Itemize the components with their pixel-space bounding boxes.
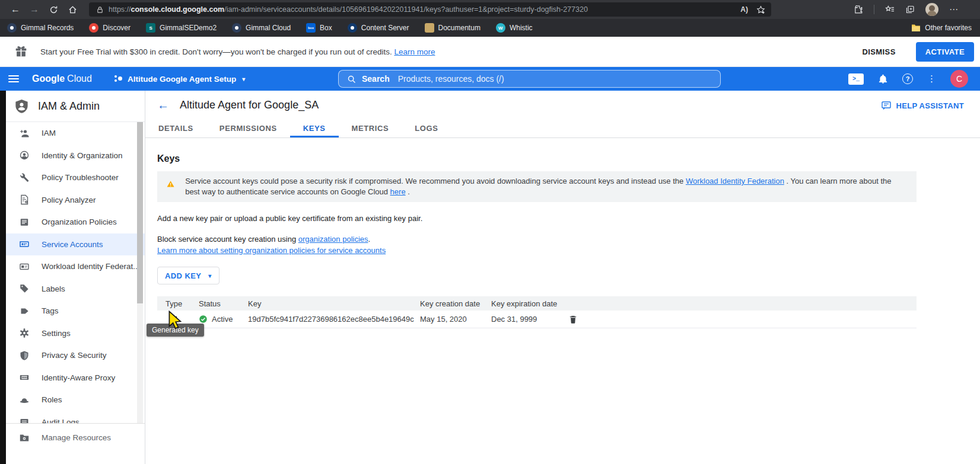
tab-permissions[interactable]: PERMISSIONS (206, 119, 290, 137)
address-bar[interactable]: https://console.cloud.google.com/iam-adm… (89, 2, 771, 17)
warning-text: Service account keys could pose a securi… (185, 176, 907, 197)
document-gear-icon (19, 194, 30, 205)
tab-bar: DETAILS PERMISSIONS KEYS METRICS LOGS (145, 119, 980, 138)
iam-admin-shield-icon (14, 98, 30, 114)
browser-refresh-button[interactable] (44, 2, 63, 17)
sidebar-item-manage-resources[interactable]: Manage Resources (6, 427, 145, 449)
google-cloud-logo[interactable]: GoogleCloud (32, 73, 92, 84)
tab-metrics[interactable]: METRICS (339, 119, 402, 137)
learn-more-link[interactable]: Learn more (394, 47, 435, 56)
column-header-status: Status (190, 299, 240, 308)
roles-hat-icon (19, 395, 30, 405)
browser-essentials-icon[interactable] (854, 5, 863, 14)
tags-icon (19, 306, 30, 316)
here-link[interactable]: here (390, 187, 406, 196)
tab-logs[interactable]: LOGS (402, 119, 451, 137)
table-header-row: Type Status Key Key creation date Key ex… (157, 296, 917, 311)
manage-resources-icon (19, 433, 30, 443)
toolbar-divider (874, 5, 874, 14)
search-input[interactable]: Search Products, resources, docs (/) (338, 70, 721, 88)
label-tag-icon (19, 283, 30, 294)
sidebar-item-labels[interactable]: Labels (6, 278, 145, 300)
browser-menu-icon[interactable]: ⋯ (949, 4, 959, 15)
notifications-bell-icon[interactable] (878, 74, 888, 84)
chevron-down-icon: ▾ (208, 273, 211, 279)
whistic-favicon: W (496, 23, 505, 33)
help-icon[interactable]: ? (902, 73, 913, 84)
bookmark-whistic[interactable]: WWhistic (496, 23, 533, 33)
sidebar-item-privacy-security[interactable]: Privacy & Security (6, 344, 145, 367)
lock-icon (96, 6, 104, 14)
generated-key-tooltip: Generated key (147, 324, 204, 337)
bookmark-discover[interactable]: Discover (89, 23, 131, 33)
content-server-favicon (348, 23, 357, 33)
sidebar-item-tags[interactable]: Tags (6, 300, 145, 322)
cloud-console-header: GoogleCloud Altitude Google Agent Setup … (0, 67, 980, 91)
menu-icon[interactable] (0, 75, 27, 82)
wrench-icon (19, 172, 30, 183)
favorites-hub-icon[interactable] (885, 5, 895, 14)
organization-policies-link[interactable]: organization policies (298, 235, 368, 244)
service-account-key-icon (19, 239, 30, 249)
generated-key-type-icon[interactable] (169, 314, 178, 323)
workload-identity-federation-link[interactable]: Workload Identity Federation (686, 177, 784, 185)
back-button[interactable]: ← (157, 98, 175, 112)
cloud-shell-button[interactable]: >_ (848, 73, 864, 85)
add-favorite-icon[interactable] (756, 5, 765, 14)
other-favorites-button[interactable]: Other favorites (911, 24, 972, 32)
learn-more-org-policies-link[interactable]: Learn more about setting organization po… (157, 246, 386, 255)
key-creation-date-value: May 15, 2020 (412, 315, 483, 324)
sidebar-item-settings[interactable]: Settings (6, 322, 145, 345)
gimmal-records-favicon (7, 23, 17, 33)
sidebar-scrollbar[interactable] (137, 122, 143, 423)
dismiss-button[interactable]: DISMISS (856, 43, 901, 61)
policies-card-icon (19, 217, 30, 228)
column-header-type: Type (157, 299, 190, 308)
bookmark-content-server[interactable]: Content Server (348, 23, 409, 33)
chevron-down-icon: ▾ (242, 76, 245, 82)
refresh-icon (49, 5, 58, 14)
add-key-button[interactable]: ADD KEY ▾ (157, 267, 219, 284)
sidebar-item-service-accounts[interactable]: Service Accounts (6, 233, 145, 256)
tab-details[interactable]: DETAILS (145, 119, 206, 137)
sidebar-item-policy-analyzer[interactable]: Policy Analyzer (6, 189, 145, 212)
sidebar-item-organization-policies[interactable]: Organization Policies (6, 211, 145, 233)
sidebar-item-workload-identity-federation[interactable]: Workload Identity Federat... (6, 255, 145, 278)
active-check-icon (199, 315, 208, 324)
settings-more-icon[interactable]: ⋮ (927, 73, 936, 84)
person-circle-icon (19, 150, 30, 161)
read-aloud-icon[interactable]: A) (740, 5, 748, 14)
delete-key-button[interactable] (560, 315, 596, 324)
bookmark-gimmalsedemo2[interactable]: SGimmalSEDemo2 (146, 23, 217, 33)
collections-icon[interactable] (905, 5, 915, 14)
bookmark-box[interactable]: boxBox (306, 23, 332, 33)
activate-button[interactable]: ACTIVATE (916, 42, 974, 62)
home-icon (68, 5, 77, 14)
warning-icon (167, 179, 174, 189)
browser-home-button[interactable] (63, 2, 82, 17)
sidebar-item-identity-organization[interactable]: Identity & Organization (6, 145, 145, 167)
bookmark-documentum[interactable]: Documentum (425, 23, 481, 33)
sidebar-item-policy-troubleshooter[interactable]: Policy Troubleshooter (6, 167, 145, 189)
tab-keys[interactable]: KEYS (290, 119, 339, 137)
add-key-intro-text: Add a new key pair or upload a public ke… (157, 214, 917, 223)
sidebar-item-identity-aware-proxy[interactable]: Identity-Aware Proxy (6, 367, 145, 389)
project-icon (113, 74, 123, 84)
account-avatar[interactable]: C (950, 70, 968, 88)
bookmark-gimmal-records[interactable]: Gimmal Records (7, 23, 74, 33)
status-badge: Active (212, 315, 233, 324)
sidebar-scrollbar-thumb[interactable] (137, 122, 143, 303)
help-assistant-button[interactable]: HELP ASSISTANT (881, 100, 964, 111)
gift-icon (15, 46, 27, 58)
main-panel: ← Altitude Agent for Google_SA HELP ASSI… (145, 91, 980, 464)
bookmark-gimmal-cloud[interactable]: Gimmal Cloud (232, 23, 291, 33)
browser-back-button[interactable]: ← (6, 2, 25, 17)
gear-icon (19, 328, 30, 338)
sidebar-header: IAM & Admin (6, 91, 145, 122)
sidebar-item-roles[interactable]: Roles (6, 389, 145, 411)
browser-profile-avatar[interactable] (925, 3, 938, 16)
column-header-key: Key (240, 299, 412, 308)
project-selector[interactable]: Altitude Google Agent Setup ▾ (113, 74, 245, 84)
sidebar-item-iam[interactable]: IAM (6, 122, 145, 145)
browser-forward-button[interactable]: → (25, 2, 44, 17)
